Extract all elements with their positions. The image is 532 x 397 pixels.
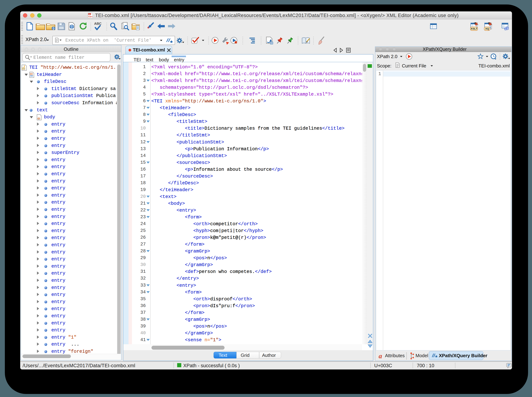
svg-text:ABC: ABC bbox=[94, 22, 101, 25]
svg-text:XML: XML bbox=[88, 13, 91, 15]
svg-text:XSLT: XSLT bbox=[471, 27, 477, 30]
svg-text:XQ: XQ bbox=[485, 27, 489, 30]
svg-text:<●>: <●> bbox=[88, 15, 92, 18]
svg-text:a: a bbox=[379, 353, 382, 360]
svg-text:TEI: TEI bbox=[22, 68, 25, 70]
